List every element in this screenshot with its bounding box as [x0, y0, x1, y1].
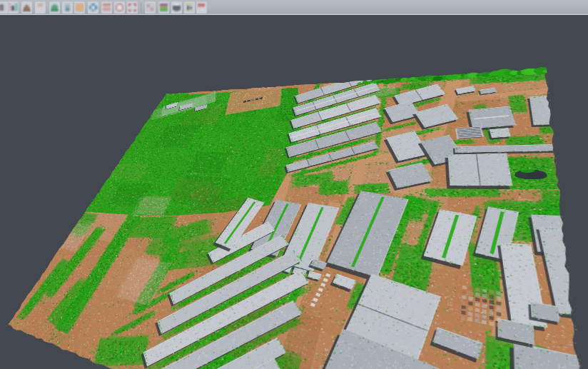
profile-view-icon — [63, 3, 72, 12]
ortho-square-button[interactable] — [74, 1, 85, 14]
terrain-green-button[interactable] — [49, 1, 60, 14]
orbit-rotate-button[interactable] — [88, 1, 98, 14]
terrain-brown-button[interactable] — [21, 1, 32, 14]
align-clouds-icon — [9, 3, 18, 12]
measure-khaki-icon — [185, 3, 194, 12]
toolbar-separator — [141, 3, 141, 11]
classification-colors-icon — [159, 3, 168, 12]
profile-view-button[interactable] — [62, 1, 73, 14]
ground-extract-icon — [36, 3, 45, 12]
terrain-green-icon — [50, 3, 59, 12]
orbit-rotate-icon — [88, 3, 98, 12]
open-project-button[interactable] — [0, 1, 8, 14]
clip-box-icon — [102, 3, 111, 12]
ortho-square-icon — [75, 3, 84, 12]
select-rect-button[interactable] — [127, 1, 138, 14]
raster-grid-icon — [146, 3, 155, 12]
raster-grid-button[interactable] — [145, 1, 156, 14]
print-dark-button[interactable] — [171, 1, 182, 14]
report-red-button[interactable] — [196, 1, 207, 14]
clip-box-button[interactable] — [101, 1, 112, 14]
terrain-brown-icon — [22, 3, 31, 12]
report-red-icon — [197, 3, 206, 12]
measure-khaki-button[interactable] — [184, 1, 195, 14]
print-dark-icon — [172, 3, 181, 12]
select-circle-button[interactable] — [114, 1, 125, 14]
select-rect-icon — [128, 3, 137, 12]
3d-viewport[interactable] — [0, 0, 588, 369]
main-toolbar — [0, 0, 588, 15]
select-circle-icon — [115, 3, 124, 12]
point-cloud-render[interactable] — [6, 61, 588, 369]
ground-extract-button[interactable] — [35, 1, 46, 14]
classification-colors-button[interactable] — [158, 1, 169, 14]
align-clouds-button[interactable] — [8, 1, 19, 14]
open-project-icon — [0, 3, 7, 12]
